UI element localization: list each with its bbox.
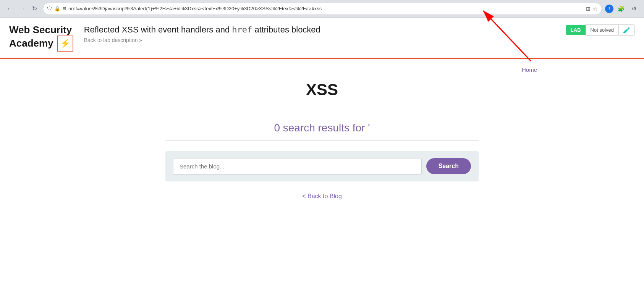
url-text: nref=values%3Djavascript%3Aalert(1)+%2F>… (68, 6, 584, 11)
nav-buttons: ← → ↻ (5, 3, 40, 14)
page-content: Home XSS 0 search results for ' Search <… (0, 59, 644, 200)
back-button[interactable]: ← (5, 3, 15, 14)
search-results-heading: 0 search results for ' (274, 122, 370, 134)
lab-badge: LAB (566, 25, 586, 35)
address-bar[interactable]: 🛡 🔒 ⊟ nref=values%3Djavascript%3Aalert(1… (43, 3, 602, 15)
search-box-container: Search (165, 151, 479, 181)
lock-icon: 🔒 (54, 6, 60, 11)
lab-title-area: Reflected XSS with event handlers and hr… (84, 24, 566, 44)
extensions-button[interactable]: 🧩 (616, 3, 626, 14)
lab-title-plain: Reflected XSS with event handlers and (84, 25, 232, 34)
back-to-lab-link[interactable]: Back to lab description » (84, 37, 142, 43)
home-link[interactable]: Home (522, 66, 537, 73)
view-icon: ⊟ (63, 6, 66, 11)
page-title: XSS (306, 81, 338, 99)
shield-icon: 🛡 (47, 6, 52, 11)
lab-title-code: href (232, 25, 252, 34)
forward-button[interactable]: → (17, 3, 28, 14)
qr-icon[interactable]: ⊞ (586, 6, 591, 12)
flask-icon[interactable]: 🧪 (619, 24, 635, 36)
browser-right-icons: ! 🧩 ↺ (605, 3, 639, 14)
logo-line1: Web Security (9, 24, 73, 36)
search-input[interactable] (173, 158, 422, 175)
bookmark-icon[interactable]: ☆ (593, 6, 598, 12)
lab-title-suffix: attributes blocked (252, 25, 320, 34)
logo-line2: Academy (9, 38, 53, 49)
lab-status-area: LAB Not solved 🧪 (566, 24, 635, 36)
lab-title: Reflected XSS with event handlers and hr… (84, 24, 566, 36)
logo-area: Web Security Academy ⚡ (9, 24, 73, 52)
search-button[interactable]: Search (426, 158, 471, 174)
address-bar-icons: ⊞ ☆ (586, 6, 598, 12)
reload-button[interactable]: ↻ (29, 3, 40, 14)
notification-badge: ! (605, 5, 613, 13)
page-header: Web Security Academy ⚡ Reflected XSS wit… (0, 18, 644, 59)
browser-chrome: ← → ↻ 🛡 🔒 ⊟ nref=values%3Djavascript%3Aa… (0, 0, 644, 18)
logo-icon: ⚡ (57, 36, 73, 52)
divider (165, 140, 479, 141)
back-to-blog-link[interactable]: < Back to Blog (302, 193, 342, 200)
not-solved-badge: Not solved (586, 24, 619, 36)
menu-button[interactable]: ↺ (629, 3, 639, 14)
logo-text: Web Security Academy ⚡ (9, 24, 73, 52)
content-nav: Home (0, 66, 644, 73)
